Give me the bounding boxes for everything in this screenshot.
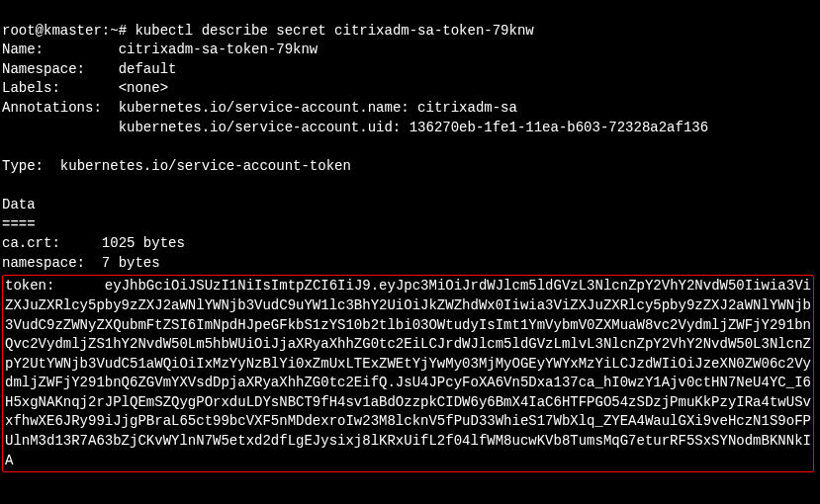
cacrt-value: 1025 bytes	[102, 235, 185, 251]
annotations-line-1: Annotations: kubernetes.io/service-accou…	[2, 100, 517, 116]
token-highlight-box: token: eyJhbGciOiJSUzI1NiIsImtpZCI6IiJ9.…	[2, 275, 814, 472]
prompt-path: ~	[110, 23, 118, 39]
type-value: kubernetes.io/service-account-token	[60, 158, 351, 174]
labels-line: Labels: <none>	[2, 80, 168, 96]
annotations-label: Annotations:	[2, 100, 102, 116]
prompt-user-host: root@kmaster	[2, 23, 102, 39]
token-value: eyJhbGciOiJSUzI1NiIsImtpZCI6IiJ9.eyJpc3M…	[5, 278, 811, 467]
command-line: root@kmaster:~# kubectl describe secret …	[2, 23, 534, 39]
labels-label: Labels:	[2, 80, 60, 96]
annotations-line-2: kubernetes.io/service-account.uid: 13627…	[2, 120, 708, 135]
ns-data-value: 7 bytes	[102, 255, 160, 271]
name-line: Name: citrixadm-sa-token-79knw	[2, 42, 318, 57]
command-text: kubectl describe secret citrixadm-sa-tok…	[135, 23, 533, 39]
namespace-value: default	[119, 61, 177, 77]
cacrt-label: ca.crt:	[2, 235, 60, 251]
terminal-window[interactable]: root@kmaster:~# kubectl describe secret …	[2, 2, 818, 502]
annotations-value-2: kubernetes.io/service-account.uid: 13627…	[119, 120, 709, 135]
name-label: Name:	[2, 42, 44, 57]
token-label: token:	[5, 278, 54, 294]
namespace-data-line: namespace: 7 bytes	[2, 255, 160, 271]
type-label: Type:	[2, 158, 44, 174]
namespace-line: Namespace: default	[2, 61, 176, 77]
ns-data-label: namespace:	[2, 255, 85, 271]
name-value: citrixadm-sa-token-79knw	[119, 42, 319, 57]
namespace-label: Namespace:	[2, 61, 85, 77]
data-header: Data	[2, 197, 36, 212]
blank-line-1	[2, 138, 10, 154]
labels-value: <none>	[119, 80, 168, 96]
cacrt-line: ca.crt: 1025 bytes	[2, 235, 185, 251]
prompt-symbol: #	[119, 23, 127, 39]
data-header-line: Data	[2, 197, 36, 212]
blank-line-2	[2, 177, 10, 193]
type-line: Type: kubernetes.io/service-account-toke…	[2, 158, 351, 174]
annotations-value-1: kubernetes.io/service-account.name: citr…	[119, 100, 517, 116]
data-divider: ====	[2, 216, 36, 232]
data-divider-line: ====	[2, 216, 36, 232]
